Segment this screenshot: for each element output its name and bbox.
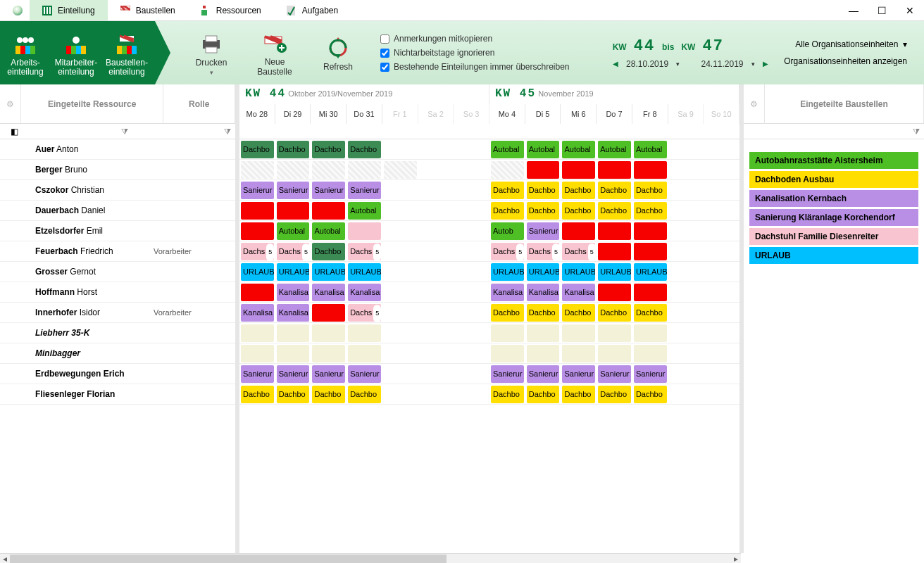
schedule-cell[interactable] (455, 365, 488, 383)
schedule-cell[interactable] (705, 182, 738, 199)
schedule-cell[interactable] (455, 284, 488, 301)
resource-row[interactable]: Hoffmann Horst (0, 282, 235, 303)
schedule-cell[interactable]: Sanierur (277, 182, 310, 199)
schedule-cell[interactable]: Dachbo (598, 386, 631, 403)
window-maximize[interactable]: ☐ (868, 5, 896, 16)
resource-row[interactable]: Grosser Gernot (0, 262, 235, 282)
schedule-cell[interactable] (455, 141, 488, 158)
schedule-cell[interactable] (384, 284, 417, 301)
schedule-cell[interactable] (670, 324, 703, 342)
schedule-cell[interactable]: Dachbo (598, 202, 631, 220)
schedule-cell[interactable]: Dachs5 (491, 243, 524, 260)
schedule-cell[interactable] (670, 222, 703, 240)
day-header[interactable]: Do 31 (346, 104, 382, 124)
schedule-cell[interactable]: Kanalisa (277, 304, 310, 322)
resource-row[interactable]: Auer Anton (0, 139, 235, 160)
schedule-cell[interactable] (598, 243, 631, 260)
ribbon-arbeitseinteilung[interactable]: Arbeits- einteilung (0, 29, 51, 77)
schedule-cell[interactable] (420, 345, 453, 362)
schedule-cell[interactable]: Sanierur (241, 365, 274, 383)
schedule-cell[interactable]: Sanierur (598, 365, 631, 383)
scroll-right-icon[interactable]: ▸ (731, 554, 741, 563)
schedule-cell[interactable] (277, 202, 310, 220)
schedule-cell[interactable]: Dachbo (312, 243, 345, 260)
schedule-cell[interactable]: Dachbo (312, 386, 345, 403)
schedule-cell[interactable]: Dachbo (634, 202, 667, 220)
schedule-cell[interactable] (491, 161, 524, 179)
schedule-cell[interactable] (455, 345, 488, 362)
schedule-cell[interactable] (634, 222, 667, 240)
site-item[interactable]: Dachstuhl Familie Diesenreiter (749, 228, 918, 245)
schedule-cell[interactable] (420, 141, 453, 158)
check-comments[interactable]: Anmerkungen mitkopieren (380, 34, 570, 44)
schedule-cell[interactable] (670, 386, 703, 403)
schedule-cell[interactable] (384, 304, 417, 322)
schedule-cell[interactable] (312, 345, 345, 362)
schedule-cell[interactable]: Sanierur (277, 365, 310, 383)
org-show-link[interactable]: Organisationseinheiten anzeigen (784, 56, 907, 66)
schedule-cell[interactable]: Dachbo (562, 182, 595, 199)
schedule-cell[interactable]: Dachbo (491, 202, 524, 220)
schedule-cell[interactable] (455, 386, 488, 403)
schedule-cell[interactable] (491, 324, 524, 342)
schedule-cell[interactable] (705, 141, 738, 158)
resource-row[interactable]: Fliesenleger Florian (0, 384, 235, 405)
filter-icon[interactable]: ⧩ (224, 127, 231, 137)
ribbon-refresh[interactable]: Refresh (313, 34, 363, 72)
resource-row[interactable]: Etzelsdorfer Emil (0, 221, 235, 241)
schedule-cell[interactable]: URLAUB (348, 263, 381, 281)
site-item[interactable]: Kanalisation Kernbach (749, 190, 918, 207)
schedule-cell[interactable] (705, 304, 738, 322)
schedule-cell[interactable] (384, 182, 417, 199)
schedule-cell[interactable]: URLAUB (312, 263, 345, 281)
resource-row[interactable]: Berger Bruno (0, 160, 235, 180)
schedule-cell[interactable]: Dachs5 (348, 243, 381, 260)
ribbon-new-site[interactable]: Neue Baustelle (249, 29, 300, 77)
schedule-cell[interactable] (455, 182, 488, 199)
schedule-cell[interactable] (527, 161, 560, 179)
schedule-cell[interactable] (705, 386, 738, 403)
schedule-cell[interactable] (562, 345, 595, 362)
horizontal-scrollbar[interactable]: ◂ ▸ (0, 553, 741, 563)
schedule-cell[interactable]: Dachbo (348, 141, 381, 158)
schedule-cell[interactable] (705, 222, 738, 240)
schedule-cell[interactable] (670, 182, 703, 199)
schedule-cell[interactable] (384, 161, 417, 179)
schedule-cell[interactable] (670, 304, 703, 322)
gear-icon[interactable]: ⚙ (0, 84, 21, 123)
schedule-cell[interactable] (312, 324, 345, 342)
schedule-cell[interactable] (598, 161, 631, 179)
filter-icon[interactable]: ⧩ (913, 127, 920, 137)
schedule-cell[interactable] (527, 345, 560, 362)
schedule-cell[interactable] (420, 182, 453, 199)
schedule-cell[interactable]: Sanierur (491, 365, 524, 383)
schedule-cell[interactable]: Dachs5 (241, 243, 274, 260)
schedule-cell[interactable] (455, 243, 488, 260)
schedule-cell[interactable]: Sanierur (241, 182, 274, 199)
tab-ressourcen[interactable]: Ressourcen (188, 0, 274, 20)
site-item[interactable]: Autobahnraststätte Aistersheim (749, 152, 918, 169)
schedule-cell[interactable]: Kanalisa (491, 284, 524, 301)
schedule-cell[interactable]: Sanierur (312, 182, 345, 199)
schedule-cell[interactable] (705, 345, 738, 362)
schedule-cell[interactable] (348, 222, 381, 240)
schedule-cell[interactable]: Dachbo (491, 182, 524, 199)
schedule-cell[interactable] (384, 202, 417, 220)
tab-aufgaben[interactable]: Aufgaben (274, 0, 351, 20)
day-header[interactable]: Mo 4 (489, 104, 525, 124)
schedule-cell[interactable] (277, 345, 310, 362)
schedule-cell[interactable] (348, 161, 381, 179)
schedule-cell[interactable]: Autobal (491, 141, 524, 158)
schedule-cell[interactable]: Dachs5 (348, 304, 381, 322)
schedule-cell[interactable] (705, 284, 738, 301)
schedule-cell[interactable]: Kanalisa (348, 284, 381, 301)
schedule-cell[interactable] (420, 304, 453, 322)
schedule-cell[interactable] (455, 222, 488, 240)
day-header[interactable]: Mo 28 (239, 104, 275, 124)
schedule-cell[interactable]: Dachbo (277, 386, 310, 403)
filter-icon[interactable]: ⧩ (121, 127, 128, 137)
schedule-cell[interactable]: Autobal (277, 222, 310, 240)
schedule-cell[interactable]: URLAUB (634, 263, 667, 281)
day-header[interactable]: Mi 30 (311, 104, 346, 124)
schedule-cell[interactable]: Dachbo (562, 304, 595, 322)
